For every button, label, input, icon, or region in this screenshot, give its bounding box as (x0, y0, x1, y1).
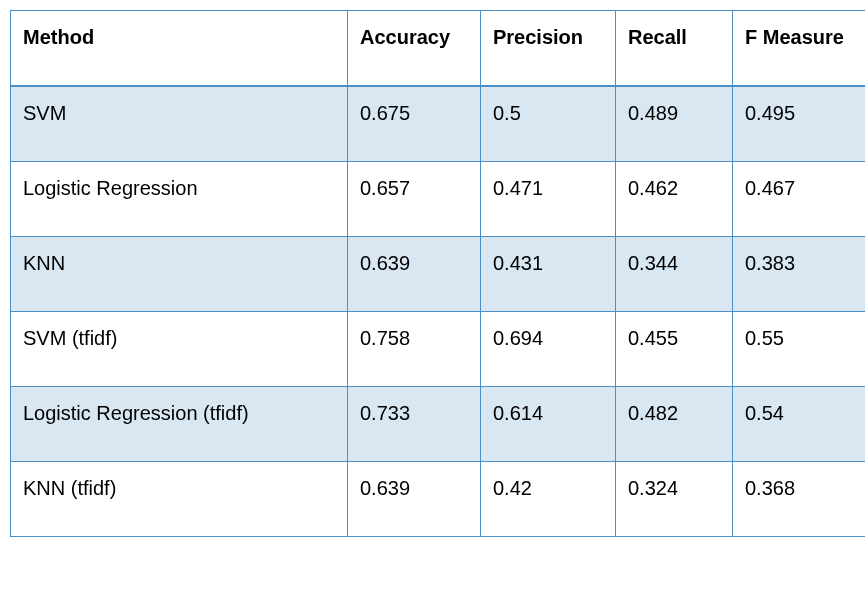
cell-recall: 0.489 (616, 86, 733, 162)
cell-precision: 0.42 (481, 462, 616, 537)
cell-method: KNN (11, 237, 348, 312)
cell-recall: 0.462 (616, 162, 733, 237)
cell-accuracy: 0.639 (348, 237, 481, 312)
cell-fmeasure: 0.368 (733, 462, 866, 537)
cell-accuracy: 0.639 (348, 462, 481, 537)
cell-precision: 0.5 (481, 86, 616, 162)
table-header-row: Method Accuracy Precision Recall F Measu… (11, 11, 866, 87)
cell-method: SVM (tfidf) (11, 312, 348, 387)
cell-recall: 0.344 (616, 237, 733, 312)
cell-method: SVM (11, 86, 348, 162)
cell-precision: 0.694 (481, 312, 616, 387)
cell-accuracy: 0.675 (348, 86, 481, 162)
cell-accuracy: 0.657 (348, 162, 481, 237)
table-row: SVM (tfidf) 0.758 0.694 0.455 0.55 (11, 312, 866, 387)
table-row: KNN 0.639 0.431 0.344 0.383 (11, 237, 866, 312)
cell-method: Logistic Regression (tfidf) (11, 387, 348, 462)
cell-fmeasure: 0.383 (733, 237, 866, 312)
metrics-table: Method Accuracy Precision Recall F Measu… (10, 10, 865, 537)
cell-accuracy: 0.758 (348, 312, 481, 387)
col-accuracy: Accuracy (348, 11, 481, 87)
cell-fmeasure: 0.495 (733, 86, 866, 162)
col-recall: Recall (616, 11, 733, 87)
table-row: Logistic Regression (tfidf) 0.733 0.614 … (11, 387, 866, 462)
cell-precision: 0.431 (481, 237, 616, 312)
cell-method: KNN (tfidf) (11, 462, 348, 537)
cell-method: Logistic Regression (11, 162, 348, 237)
table-row: SVM 0.675 0.5 0.489 0.495 (11, 86, 866, 162)
cell-fmeasure: 0.467 (733, 162, 866, 237)
cell-recall: 0.455 (616, 312, 733, 387)
col-precision: Precision (481, 11, 616, 87)
cell-precision: 0.614 (481, 387, 616, 462)
col-method: Method (11, 11, 348, 87)
cell-fmeasure: 0.55 (733, 312, 866, 387)
col-fmeasure: F Measure (733, 11, 866, 87)
cell-accuracy: 0.733 (348, 387, 481, 462)
cell-precision: 0.471 (481, 162, 616, 237)
cell-recall: 0.324 (616, 462, 733, 537)
cell-fmeasure: 0.54 (733, 387, 866, 462)
cell-recall: 0.482 (616, 387, 733, 462)
table-row: Logistic Regression 0.657 0.471 0.462 0.… (11, 162, 866, 237)
table-row: KNN (tfidf) 0.639 0.42 0.324 0.368 (11, 462, 866, 537)
